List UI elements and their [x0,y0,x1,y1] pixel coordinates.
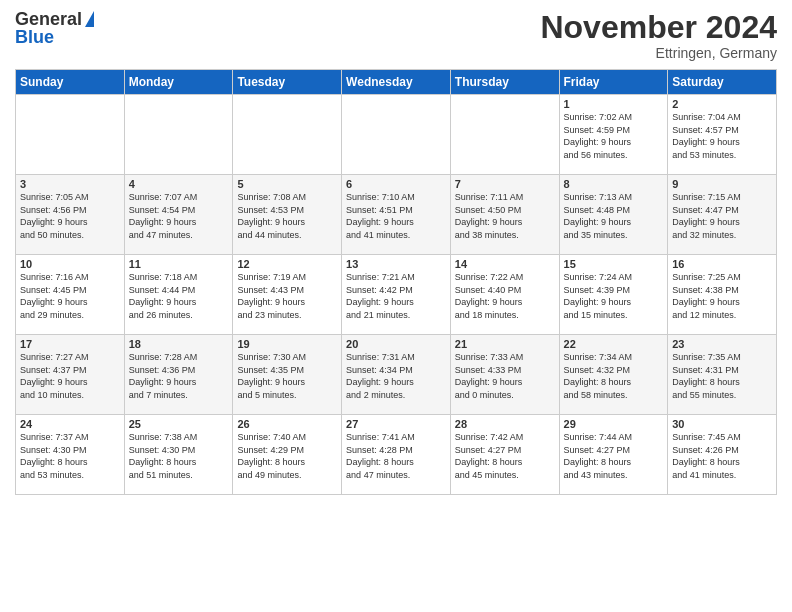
table-row: 15Sunrise: 7:24 AM Sunset: 4:39 PM Dayli… [559,255,668,335]
day-info: Sunrise: 7:16 AM Sunset: 4:45 PM Dayligh… [20,271,120,321]
table-row: 22Sunrise: 7:34 AM Sunset: 4:32 PM Dayli… [559,335,668,415]
day-number: 28 [455,418,555,430]
day-number: 8 [564,178,664,190]
table-row: 18Sunrise: 7:28 AM Sunset: 4:36 PM Dayli… [124,335,233,415]
table-row: 8Sunrise: 7:13 AM Sunset: 4:48 PM Daylig… [559,175,668,255]
day-number: 7 [455,178,555,190]
table-row: 30Sunrise: 7:45 AM Sunset: 4:26 PM Dayli… [668,415,777,495]
day-number: 11 [129,258,229,270]
day-number: 16 [672,258,772,270]
day-info: Sunrise: 7:45 AM Sunset: 4:26 PM Dayligh… [672,431,772,481]
day-info: Sunrise: 7:25 AM Sunset: 4:38 PM Dayligh… [672,271,772,321]
table-row [342,95,451,175]
day-number: 12 [237,258,337,270]
table-row: 23Sunrise: 7:35 AM Sunset: 4:31 PM Dayli… [668,335,777,415]
week-row-3: 17Sunrise: 7:27 AM Sunset: 4:37 PM Dayli… [16,335,777,415]
day-info: Sunrise: 7:07 AM Sunset: 4:54 PM Dayligh… [129,191,229,241]
table-row: 13Sunrise: 7:21 AM Sunset: 4:42 PM Dayli… [342,255,451,335]
week-row-2: 10Sunrise: 7:16 AM Sunset: 4:45 PM Dayli… [16,255,777,335]
table-row: 16Sunrise: 7:25 AM Sunset: 4:38 PM Dayli… [668,255,777,335]
day-number: 18 [129,338,229,350]
day-info: Sunrise: 7:40 AM Sunset: 4:29 PM Dayligh… [237,431,337,481]
day-info: Sunrise: 7:02 AM Sunset: 4:59 PM Dayligh… [564,111,664,161]
day-info: Sunrise: 7:21 AM Sunset: 4:42 PM Dayligh… [346,271,446,321]
day-info: Sunrise: 7:34 AM Sunset: 4:32 PM Dayligh… [564,351,664,401]
title-block: November 2024 Ettringen, Germany [540,10,777,61]
logo-general: General [15,10,82,28]
col-friday: Friday [559,70,668,95]
day-number: 19 [237,338,337,350]
day-number: 10 [20,258,120,270]
table-row: 4Sunrise: 7:07 AM Sunset: 4:54 PM Daylig… [124,175,233,255]
day-info: Sunrise: 7:31 AM Sunset: 4:34 PM Dayligh… [346,351,446,401]
day-number: 4 [129,178,229,190]
day-number: 27 [346,418,446,430]
day-info: Sunrise: 7:28 AM Sunset: 4:36 PM Dayligh… [129,351,229,401]
day-number: 9 [672,178,772,190]
page: General Blue November 2024 Ettringen, Ge… [0,0,792,612]
week-row-0: 1Sunrise: 7:02 AM Sunset: 4:59 PM Daylig… [16,95,777,175]
table-row [450,95,559,175]
table-row [233,95,342,175]
table-row: 20Sunrise: 7:31 AM Sunset: 4:34 PM Dayli… [342,335,451,415]
table-row: 26Sunrise: 7:40 AM Sunset: 4:29 PM Dayli… [233,415,342,495]
table-row: 12Sunrise: 7:19 AM Sunset: 4:43 PM Dayli… [233,255,342,335]
logo-blue: Blue [15,28,94,46]
day-info: Sunrise: 7:35 AM Sunset: 4:31 PM Dayligh… [672,351,772,401]
day-info: Sunrise: 7:42 AM Sunset: 4:27 PM Dayligh… [455,431,555,481]
calendar: Sunday Monday Tuesday Wednesday Thursday… [15,69,777,495]
table-row: 11Sunrise: 7:18 AM Sunset: 4:44 PM Dayli… [124,255,233,335]
day-number: 30 [672,418,772,430]
day-info: Sunrise: 7:44 AM Sunset: 4:27 PM Dayligh… [564,431,664,481]
day-number: 3 [20,178,120,190]
day-number: 25 [129,418,229,430]
day-info: Sunrise: 7:22 AM Sunset: 4:40 PM Dayligh… [455,271,555,321]
day-number: 21 [455,338,555,350]
day-info: Sunrise: 7:18 AM Sunset: 4:44 PM Dayligh… [129,271,229,321]
day-number: 20 [346,338,446,350]
table-row: 29Sunrise: 7:44 AM Sunset: 4:27 PM Dayli… [559,415,668,495]
day-number: 1 [564,98,664,110]
month-title: November 2024 [540,10,777,45]
day-info: Sunrise: 7:19 AM Sunset: 4:43 PM Dayligh… [237,271,337,321]
day-number: 5 [237,178,337,190]
table-row: 28Sunrise: 7:42 AM Sunset: 4:27 PM Dayli… [450,415,559,495]
table-row [16,95,125,175]
col-monday: Monday [124,70,233,95]
table-row: 7Sunrise: 7:11 AM Sunset: 4:50 PM Daylig… [450,175,559,255]
day-info: Sunrise: 7:33 AM Sunset: 4:33 PM Dayligh… [455,351,555,401]
week-row-1: 3Sunrise: 7:05 AM Sunset: 4:56 PM Daylig… [16,175,777,255]
day-number: 26 [237,418,337,430]
day-info: Sunrise: 7:38 AM Sunset: 4:30 PM Dayligh… [129,431,229,481]
col-tuesday: Tuesday [233,70,342,95]
col-sunday: Sunday [16,70,125,95]
logo: General Blue [15,10,94,46]
col-wednesday: Wednesday [342,70,451,95]
day-info: Sunrise: 7:05 AM Sunset: 4:56 PM Dayligh… [20,191,120,241]
day-number: 2 [672,98,772,110]
day-number: 13 [346,258,446,270]
table-row: 24Sunrise: 7:37 AM Sunset: 4:30 PM Dayli… [16,415,125,495]
day-info: Sunrise: 7:41 AM Sunset: 4:28 PM Dayligh… [346,431,446,481]
table-row: 2Sunrise: 7:04 AM Sunset: 4:57 PM Daylig… [668,95,777,175]
table-row: 5Sunrise: 7:08 AM Sunset: 4:53 PM Daylig… [233,175,342,255]
table-row: 21Sunrise: 7:33 AM Sunset: 4:33 PM Dayli… [450,335,559,415]
table-row: 25Sunrise: 7:38 AM Sunset: 4:30 PM Dayli… [124,415,233,495]
day-info: Sunrise: 7:10 AM Sunset: 4:51 PM Dayligh… [346,191,446,241]
col-thursday: Thursday [450,70,559,95]
table-row [124,95,233,175]
table-row: 10Sunrise: 7:16 AM Sunset: 4:45 PM Dayli… [16,255,125,335]
day-info: Sunrise: 7:04 AM Sunset: 4:57 PM Dayligh… [672,111,772,161]
day-number: 29 [564,418,664,430]
day-info: Sunrise: 7:37 AM Sunset: 4:30 PM Dayligh… [20,431,120,481]
week-row-4: 24Sunrise: 7:37 AM Sunset: 4:30 PM Dayli… [16,415,777,495]
col-saturday: Saturday [668,70,777,95]
day-info: Sunrise: 7:24 AM Sunset: 4:39 PM Dayligh… [564,271,664,321]
table-row: 14Sunrise: 7:22 AM Sunset: 4:40 PM Dayli… [450,255,559,335]
day-info: Sunrise: 7:08 AM Sunset: 4:53 PM Dayligh… [237,191,337,241]
table-row: 17Sunrise: 7:27 AM Sunset: 4:37 PM Dayli… [16,335,125,415]
day-number: 17 [20,338,120,350]
day-info: Sunrise: 7:27 AM Sunset: 4:37 PM Dayligh… [20,351,120,401]
day-number: 15 [564,258,664,270]
location: Ettringen, Germany [540,45,777,61]
